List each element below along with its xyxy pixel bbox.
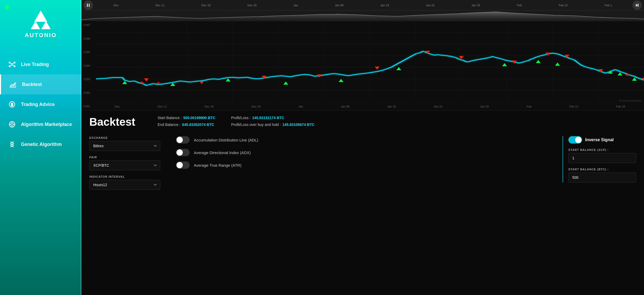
- stat-profit-loss: Profit/Loss : 145.83152174 BTC: [231, 116, 314, 120]
- logo-triangle-right: [41, 21, 51, 29]
- sidebar-item-genetic-algorithm[interactable]: Genetic Algorithm: [0, 134, 81, 154]
- chart-body: 0.007 0.006 0.005 0.004 0.003 0.002 0.00…: [81, 21, 644, 110]
- inverse-signal-label: Inverse Signal: [585, 138, 614, 142]
- toggle-atr[interactable]: [176, 161, 190, 169]
- toggle-inverse-signal[interactable]: [568, 136, 582, 144]
- content-area: Backtest Start Balance : 500.00199900 BT…: [81, 110, 644, 195]
- svg-marker-23: [636, 4, 637, 7]
- profit-loss-hold-value: 145.83105674 BTC: [282, 123, 314, 127]
- svg-marker-48: [339, 79, 344, 82]
- profit-loss-value: 145.83152174 BTC: [252, 116, 284, 120]
- chart-end-button[interactable]: [632, 1, 642, 10]
- start-balance-value: 500.00199900 BTC: [183, 116, 215, 120]
- controls-row: EXCHANGE Bittrex Binance Poloniex PAIR X…: [89, 136, 636, 190]
- chart-y-axis: 0.007 0.006 0.005 0.004 0.003 0.002 0.00…: [81, 21, 96, 110]
- toggle-adl-row: Accumulation Distribution Line (ADL): [176, 136, 555, 144]
- chart-timeline-top: Dec Dec 11 Dec 18 Dec 25 Jan Jan 08 Jan …: [81, 0, 644, 11]
- sidebar-item-algorithm-marketplace[interactable]: Algorithm Marketplace: [0, 114, 81, 134]
- sidebar-item-backtest[interactable]: Backtest: [0, 74, 81, 94]
- svg-marker-59: [199, 81, 204, 84]
- backtest-header: Backtest Start Balance : 500.00199900 BT…: [89, 116, 636, 128]
- pair-label: PAIR: [89, 156, 168, 159]
- svg-text:+: +: [139, 80, 144, 85]
- sidebar-label-algorithm-marketplace: Algorithm Marketplace: [21, 122, 72, 127]
- logo-text: AUTONIO: [25, 32, 57, 39]
- indicator-interval-group: INDICATOR INTERVAL Hours12 Hours1 Hours4: [89, 175, 168, 190]
- pair-select[interactable]: XCP/BTC ETH/BTC: [89, 160, 160, 170]
- start-balance-btc-input[interactable]: [568, 172, 636, 182]
- svg-point-4: [14, 66, 15, 67]
- stat-start-balance: Start Balance : 500.00199900 BTC: [158, 116, 215, 120]
- svg-line-8: [13, 65, 14, 66]
- svg-point-3: [9, 66, 10, 67]
- svg-rect-22: [638, 4, 638, 7]
- start-balance-xcp-group: START BALANCE (XCP) :: [568, 148, 636, 163]
- svg-line-5: [10, 63, 12, 64]
- svg-line-7: [10, 65, 12, 66]
- marketplace-icon: [8, 120, 16, 129]
- toggle-adl-label: Accumulation Distribution Line (ADL): [194, 138, 258, 142]
- start-balance-xcp-input[interactable]: [568, 153, 636, 163]
- profit-loss-hold-label: Profit/Loss over buy and hold :: [231, 123, 281, 127]
- chart-minimap[interactable]: [81, 11, 644, 21]
- stats-block-left: Start Balance : 500.00199900 BTC End Bal…: [158, 116, 215, 127]
- indicator-interval-select[interactable]: Hours12 Hours1 Hours4: [89, 180, 160, 190]
- sidebar-label-live-trading: Live Trading: [21, 62, 49, 67]
- svg-point-1: [9, 62, 10, 63]
- toggle-inverse-knob: [575, 137, 581, 143]
- svg-text:$: $: [11, 103, 13, 107]
- network-icon: [8, 60, 16, 69]
- sidebar-item-trading-advice[interactable]: $ Trading Advice: [0, 94, 81, 114]
- dna-icon: [8, 140, 16, 149]
- svg-rect-11: [14, 84, 16, 88]
- toggle-adx-knob: [176, 149, 183, 156]
- dollar-icon: $: [8, 100, 16, 109]
- svg-point-2: [14, 62, 15, 63]
- chart-icon: [9, 80, 17, 89]
- backtest-title: Backtest: [89, 116, 147, 128]
- svg-rect-21: [89, 4, 90, 7]
- stats-block-right: Profit/Loss : 145.83152174 BTC Profit/Lo…: [231, 116, 314, 127]
- sidebar-label-backtest: Backtest: [22, 82, 42, 87]
- main-content: Dec Dec 11 Dec 18 Dec 25 Jan Jan 08 Jan …: [81, 0, 644, 295]
- toggle-adx[interactable]: [176, 149, 190, 156]
- start-balance-btc-group: START BALANCE (BTC) :: [568, 168, 636, 182]
- svg-text:+: +: [156, 80, 161, 86]
- status-dot: [5, 5, 9, 9]
- chart-svg: + + +: [96, 21, 644, 103]
- sidebar-label-trading-advice: Trading Advice: [21, 102, 55, 107]
- toggle-adl-knob: [176, 137, 183, 143]
- svg-marker-55: [632, 78, 637, 81]
- end-balance-label: End Balance :: [158, 123, 180, 127]
- chart-container: Dec Dec 11 Dec 18 Dec 25 Jan Jan 08 Jan …: [81, 0, 644, 110]
- logo-triangle-bottom: [31, 21, 51, 29]
- start-balance-btc-label: START BALANCE (BTC) :: [568, 168, 636, 171]
- exchange-select[interactable]: Bittrex Binance Poloniex: [89, 141, 160, 151]
- center-panel: Accumulation Distribution Line (ADL) Ave…: [168, 136, 563, 169]
- chart-timeline-dates: Dec Dec 11 Dec 18 Dec 25 Jan Jan 08 Jan …: [95, 4, 630, 7]
- toggle-atr-row: Average True Range (ATR): [176, 161, 555, 169]
- toggle-adx-row: Average Directional Index (ADX): [176, 149, 555, 156]
- exchange-group: EXCHANGE Bittrex Binance Poloniex: [89, 136, 168, 151]
- logo: AUTONIO: [25, 11, 57, 39]
- pair-group: PAIR XCP/BTC ETH/BTC: [89, 156, 168, 170]
- svg-rect-9: [10, 86, 11, 88]
- end-balance-value: 645.83352074 BTC: [182, 123, 214, 127]
- toggle-atr-label: Average True Range (ATR): [194, 163, 241, 167]
- inverse-signal-row: Inverse Signal: [568, 136, 636, 144]
- svg-marker-54: [617, 72, 622, 75]
- svg-marker-44: [122, 81, 127, 84]
- nav-menu: Live Trading Backtest $ Tra: [0, 54, 81, 154]
- chart-pause-button[interactable]: [84, 1, 93, 10]
- start-balance-label: Start Balance :: [158, 116, 182, 120]
- svg-marker-64: [459, 56, 464, 59]
- sidebar: AUTONIO Live Trading: [0, 0, 81, 295]
- toggle-adl[interactable]: [176, 136, 190, 144]
- start-balance-xcp-label: START BALANCE (XCP) :: [568, 148, 636, 151]
- svg-rect-20: [87, 4, 88, 7]
- toggle-adx-label: Average Directional Index (ADX): [194, 150, 251, 155]
- indicator-interval-label: INDICATOR INTERVAL: [89, 175, 168, 178]
- svg-marker-67: [565, 55, 569, 58]
- svg-marker-51: [536, 60, 541, 63]
- sidebar-item-live-trading[interactable]: Live Trading: [0, 54, 81, 74]
